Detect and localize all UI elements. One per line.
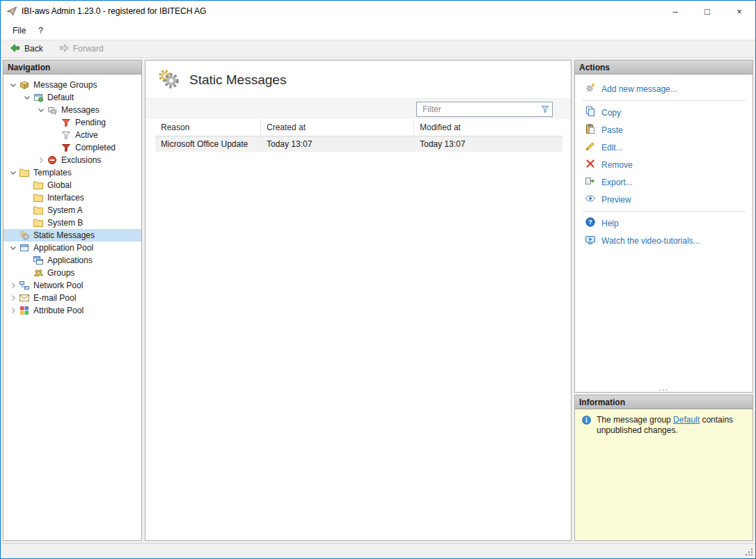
information-panel: Information The message group Default co… — [574, 395, 753, 541]
nav-item-application-pool[interactable]: Application Pool — [3, 242, 141, 254]
nav-item-system-a[interactable]: System A — [3, 204, 141, 216]
help-action[interactable]: ? Help — [575, 214, 753, 232]
preview-action[interactable]: Preview — [575, 191, 753, 208]
back-button[interactable]: Back — [5, 41, 48, 57]
action-label: Copy — [601, 108, 621, 118]
attributes-icon — [19, 305, 30, 316]
nav-item-interfaces[interactable]: Interfaces — [3, 191, 141, 204]
right-column: Actions Add new message... Copy Paste — [574, 60, 753, 541]
static-messages-gear-icon — [157, 68, 180, 91]
default-group-link[interactable]: Default — [673, 415, 700, 425]
navigation-tree: Message Groups Default Messages Pending — [3, 74, 141, 540]
nav-item-global[interactable]: Global — [3, 179, 141, 191]
chevron-down-icon[interactable] — [8, 167, 19, 178]
funnel-active-icon — [61, 129, 72, 141]
folder-icon — [33, 217, 44, 228]
column-header-modified-at[interactable]: Modified at — [414, 119, 562, 136]
chevron-spacer — [22, 255, 33, 266]
folder-icon — [19, 167, 30, 178]
eye-icon — [585, 193, 596, 206]
menu-file[interactable]: File — [6, 23, 32, 38]
nav-item-templates[interactable]: Templates — [3, 166, 141, 179]
close-button[interactable]: × — [723, 1, 755, 22]
chevron-right-icon[interactable] — [36, 155, 47, 166]
paste-action[interactable]: Paste — [575, 121, 753, 139]
maximize-button[interactable]: □ — [691, 1, 723, 22]
messages-table: Reason Created at Modified at Microsoft … — [155, 119, 562, 152]
resize-grip[interactable] — [744, 547, 753, 556]
export-action[interactable]: Export... — [575, 173, 753, 191]
statusbar — [1, 543, 755, 558]
nav-label: Default — [47, 93, 74, 102]
chevron-right-icon[interactable] — [8, 292, 19, 304]
main-panel: Static Messages Reason Created at Modifi… — [145, 60, 572, 541]
minimize-button[interactable]: – — [659, 1, 691, 22]
remove-action[interactable]: Remove — [575, 156, 753, 173]
nav-item-message-groups[interactable]: Message Groups — [3, 79, 141, 91]
chevron-right-icon[interactable] — [8, 280, 19, 291]
chevron-down-icon[interactable] — [36, 104, 47, 116]
nav-label: Global — [47, 180, 72, 190]
nav-item-pending[interactable]: Pending — [3, 116, 141, 129]
chevron-spacer — [8, 230, 19, 241]
nav-item-default[interactable]: Default — [3, 91, 141, 104]
nav-item-groups[interactable]: Groups — [3, 267, 141, 279]
edit-action[interactable]: Edit... — [575, 139, 753, 156]
nav-item-network-pool[interactable]: Network Pool — [3, 279, 141, 292]
export-icon — [585, 175, 596, 189]
chevron-down-icon[interactable] — [8, 79, 19, 90]
chevron-spacer — [22, 217, 33, 228]
information-message: The message group Default contains unpub… — [597, 415, 746, 436]
actions-list: Add new message... Copy Paste Edit... — [575, 74, 753, 392]
workspace: Navigation Message Groups Default Messag… — [1, 58, 755, 543]
actions-header: Actions — [575, 61, 753, 74]
nav-label: Message Groups — [33, 80, 97, 90]
filter-funnel-icon[interactable] — [540, 104, 550, 114]
video-tutorials-action[interactable]: Watch the video-tutorials... — [575, 232, 753, 249]
chevron-spacer — [49, 129, 61, 141]
copy-action[interactable]: Copy — [575, 104, 753, 121]
navigation-header: Navigation — [3, 61, 141, 74]
add-new-message-action[interactable]: Add new message... — [575, 80, 753, 97]
nav-item-attribute-pool[interactable]: Attribute Pool — [3, 304, 141, 317]
chevron-down-icon[interactable] — [8, 242, 19, 253]
nav-item-exclusions[interactable]: Exclusions — [3, 154, 141, 166]
nav-item-completed[interactable]: Completed — [3, 141, 141, 154]
nav-item-messages[interactable]: Messages — [3, 104, 141, 116]
chevron-down-icon[interactable] — [22, 92, 33, 103]
forward-arrow-icon — [58, 42, 70, 56]
menubar: File ? — [1, 22, 755, 40]
nav-item-email-pool[interactable]: E-mail Pool — [3, 292, 141, 304]
nav-label: Active — [75, 130, 98, 140]
messages-icon — [47, 104, 58, 116]
nav-item-applications[interactable]: Applications — [3, 254, 141, 267]
nav-item-static-messages[interactable]: Static Messages — [3, 229, 141, 242]
nav-label: Completed — [75, 143, 116, 152]
table-row[interactable]: Microsoft Office Update Today 13:07 Toda… — [155, 136, 562, 152]
no-entry-icon — [47, 155, 58, 166]
package-icon — [19, 79, 30, 90]
chevron-right-icon[interactable] — [8, 305, 19, 316]
column-header-reason[interactable]: Reason — [155, 119, 261, 136]
nav-label: Network Pool — [33, 281, 83, 290]
app-window: IBI-aws Admin 1.23.0 - registered for IB… — [0, 0, 756, 559]
nav-label: Static Messages — [33, 230, 95, 240]
nav-label: Messages — [61, 105, 100, 115]
nav-label: E-mail Pool — [33, 293, 76, 303]
actions-overflow-handle[interactable]: ... — [575, 384, 753, 391]
forward-button[interactable]: Forward — [54, 41, 109, 57]
nav-item-system-b[interactable]: System B — [3, 216, 141, 229]
filter-input[interactable] — [416, 102, 553, 117]
menu-help[interactable]: ? — [32, 23, 49, 38]
nav-label: System B — [47, 218, 83, 228]
applications-icon — [33, 255, 44, 266]
back-label: Back — [24, 44, 43, 54]
action-label: Remove — [601, 160, 633, 170]
actions-separator — [582, 211, 746, 212]
action-label: Paste — [601, 125, 623, 135]
toolbar: Back Forward — [1, 40, 755, 58]
column-header-created-at[interactable]: Created at — [261, 119, 414, 136]
nav-item-active[interactable]: Active — [3, 129, 141, 141]
funnel-completed-icon — [61, 142, 72, 153]
add-message-icon — [585, 82, 596, 95]
